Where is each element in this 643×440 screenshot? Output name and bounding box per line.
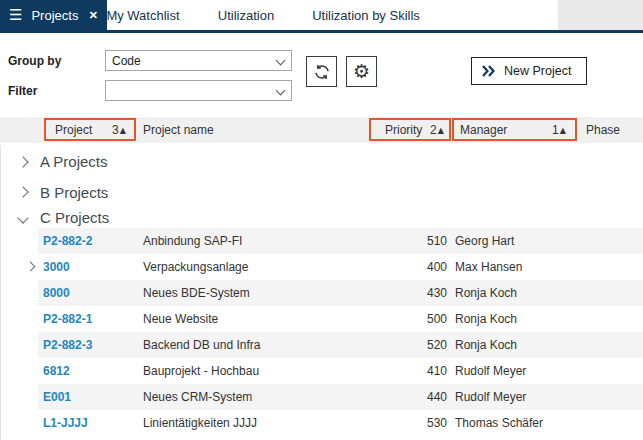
gear-icon: ⚙ bbox=[353, 62, 370, 81]
manager-cell: Ronja Koch bbox=[450, 286, 575, 300]
priority-cell: 520 bbox=[370, 338, 450, 352]
tab-utilization-label: Utilization bbox=[218, 8, 274, 23]
manager-cell: Ronja Koch bbox=[450, 312, 575, 326]
project-name-cell: Verpackungsanlage bbox=[138, 260, 370, 274]
group-by-label: Group by bbox=[8, 54, 61, 68]
menu-icon[interactable]: ☰ bbox=[9, 8, 22, 23]
project-code-link[interactable]: L1-JJJJ bbox=[38, 416, 138, 430]
annotation-highlight-manager bbox=[452, 118, 577, 141]
group-row-c-projects[interactable]: C Projects bbox=[0, 207, 643, 228]
project-code-link[interactable]: P2-882-1 bbox=[38, 312, 138, 326]
priority-cell: 500 bbox=[370, 312, 450, 326]
table-row[interactable]: P2-882-3 Backend DB und Infra 520 Ronja … bbox=[0, 332, 643, 358]
column-header-project-name[interactable]: Project name bbox=[143, 123, 214, 137]
priority-cell: 430 bbox=[370, 286, 450, 300]
table-row[interactable]: 8000 Neues BDE-System 430 Ronja Koch bbox=[0, 280, 643, 306]
project-name-cell: Neues BDE-System bbox=[138, 286, 370, 300]
table-row[interactable]: L1-JJJJ Linientätigkeiten JJJJ 530 Thoma… bbox=[0, 410, 643, 436]
manager-cell: Rudolf Meyer bbox=[450, 390, 575, 404]
project-name-cell: Backend DB und Infra bbox=[138, 338, 370, 352]
project-code-link[interactable]: 3000 bbox=[38, 260, 138, 274]
chevron-down-icon bbox=[276, 56, 286, 66]
tab-bar: ☰ Projects ✕ My Watchlist Utilization Ut… bbox=[0, 0, 643, 33]
new-project-button[interactable]: New Project bbox=[471, 57, 587, 85]
table-row[interactable]: P2-882-2 Anbindung SAP-FI 510 Georg Hart bbox=[0, 228, 643, 254]
project-code-link[interactable]: 8000 bbox=[38, 286, 138, 300]
project-code-link[interactable]: E001 bbox=[38, 390, 138, 404]
manager-cell: Thomas Schäfer bbox=[450, 416, 575, 430]
tab-utilization[interactable]: Utilization bbox=[210, 0, 282, 30]
manager-cell: Georg Hart bbox=[450, 234, 575, 248]
chevron-right-icon[interactable] bbox=[17, 186, 28, 197]
refresh-icon bbox=[313, 63, 331, 81]
group-by-select[interactable]: Code bbox=[105, 50, 292, 71]
chevron-right-icon[interactable] bbox=[26, 262, 36, 272]
project-name-cell: Anbindung SAP-FI bbox=[138, 234, 370, 248]
manager-cell: Max Hansen bbox=[450, 260, 575, 274]
project-name-cell: Neue Website bbox=[138, 312, 370, 326]
new-project-label: New Project bbox=[504, 64, 571, 78]
priority-cell: 400 bbox=[370, 260, 450, 274]
annotation-highlight-project bbox=[44, 118, 136, 141]
filter-select[interactable] bbox=[105, 80, 292, 101]
settings-button[interactable]: ⚙ bbox=[346, 56, 377, 87]
table-header: Project 3▲ Project name Priority 2▲ Mana… bbox=[0, 117, 643, 143]
table-row[interactable]: E001 Neues CRM-System 440 Rudolf Meyer bbox=[0, 384, 643, 410]
tab-projects-label: Projects bbox=[31, 8, 78, 23]
column-header-phase[interactable]: Phase bbox=[586, 123, 620, 137]
tab-my-watchlist-label: My Watchlist bbox=[106, 8, 179, 23]
refresh-button[interactable] bbox=[306, 56, 337, 87]
project-code-link[interactable]: P2-882-3 bbox=[38, 338, 138, 352]
tab-utilization-by-skills-label: Utilization by Skills bbox=[312, 8, 420, 23]
chevron-down-icon[interactable] bbox=[17, 212, 28, 223]
priority-cell: 410 bbox=[370, 364, 450, 378]
annotation-highlight-priority bbox=[369, 118, 451, 141]
double-chevron-icon bbox=[481, 65, 496, 77]
close-icon[interactable]: ✕ bbox=[89, 9, 98, 22]
table-row[interactable]: P2-882-1 Neue Website 500 Ronja Koch bbox=[0, 306, 643, 332]
tab-projects-active[interactable]: ☰ Projects ✕ bbox=[0, 0, 107, 30]
chevron-down-icon bbox=[276, 86, 286, 96]
chevron-right-icon[interactable] bbox=[17, 156, 28, 167]
group-row-b-projects[interactable]: B Projects bbox=[0, 177, 643, 207]
table-row[interactable]: 3000 Verpackungsanlage 400 Max Hansen bbox=[0, 254, 643, 280]
project-name-cell: Bauprojekt - Hochbau bbox=[138, 364, 370, 378]
project-name-cell: Linientätigkeiten JJJJ bbox=[138, 416, 370, 430]
priority-cell: 510 bbox=[370, 234, 450, 248]
projects-app: { "icons": { "menu": "☰", "close": "✕", … bbox=[0, 0, 643, 440]
manager-cell: Ronja Koch bbox=[450, 338, 575, 352]
tab-bar-filler bbox=[558, 0, 643, 30]
table-body: P2-882-2 Anbindung SAP-FI 510 Georg Hart… bbox=[0, 228, 643, 436]
group-by-selected-value: Code bbox=[112, 54, 141, 68]
project-code-link[interactable]: P2-882-2 bbox=[38, 234, 138, 248]
group-row-a-projects[interactable]: A Projects bbox=[0, 146, 643, 177]
table-row[interactable]: 6812 Bauprojekt - Hochbau 410 Rudolf Mey… bbox=[0, 358, 643, 384]
group-label: A Projects bbox=[40, 153, 108, 170]
group-label: B Projects bbox=[40, 184, 108, 201]
group-label: C Projects bbox=[40, 209, 109, 226]
priority-cell: 530 bbox=[370, 416, 450, 430]
tab-utilization-by-skills[interactable]: Utilization by Skills bbox=[300, 0, 432, 30]
project-code-link[interactable]: 6812 bbox=[38, 364, 138, 378]
tab-my-watchlist[interactable]: My Watchlist bbox=[98, 0, 188, 30]
project-name-cell: Neues CRM-System bbox=[138, 390, 370, 404]
priority-cell: 440 bbox=[370, 390, 450, 404]
filter-label: Filter bbox=[8, 84, 37, 98]
manager-cell: Rudolf Meyer bbox=[450, 364, 575, 378]
